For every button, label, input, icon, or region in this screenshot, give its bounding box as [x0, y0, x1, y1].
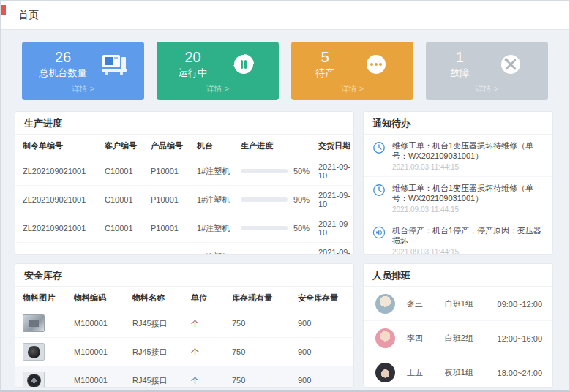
top-tab-bar: 首页: [1, 1, 569, 30]
panel-title: 生产进度: [15, 112, 353, 135]
person-time: 09:00~12:00: [498, 300, 542, 309]
speaker-icon: [372, 226, 386, 239]
panel-title: 人员排班: [364, 264, 552, 287]
card-running[interactable]: 20 运行中 详情 >: [157, 42, 279, 100]
card-label: 总机台数量: [40, 67, 87, 80]
panel-production-progress: 生产进度 制令单编号 客户编号 产品编号 机台 生产进度 交货日期: [15, 111, 354, 255]
table-row[interactable]: M100001 RJ45接口 个 750 900: [15, 338, 354, 366]
col-progress: 生产进度: [233, 135, 311, 157]
person-shift: 白班1组: [445, 298, 498, 309]
tab-home[interactable]: 首页: [18, 9, 39, 22]
card-detail-link[interactable]: 详情 >: [161, 83, 274, 94]
table-row[interactable]: M100001 RJ45接口 个 750 900: [15, 366, 354, 388]
card-fault[interactable]: 1 故障 详情 >: [426, 42, 548, 100]
avatar: [375, 328, 395, 348]
table-header-row: 物料图片 物料编码 物料名称 单位 库存现有量 安全库存量: [15, 287, 354, 309]
card-total-machines[interactable]: 26 总机台数量 详情 >: [22, 42, 144, 100]
col-order: 制令单编号: [15, 135, 97, 157]
fault-icon: [498, 52, 524, 77]
panel-title: 安全库存: [15, 264, 353, 287]
person-name: 王五: [407, 367, 445, 378]
avatar: [375, 363, 395, 382]
stat-cards: 26 总机台数量 详情 > 20 运行中: [22, 42, 548, 100]
table-row[interactable]: M100001 RJ45接口 个 750 900: [15, 309, 354, 338]
card-detail-link[interactable]: 详情 >: [296, 83, 409, 94]
col-product: 产品编号: [143, 135, 190, 157]
material-image: [23, 372, 45, 388]
standby-icon: [363, 52, 389, 77]
panel-safety-inventory: 安全库存 物料图片 物料编码 物料名称 单位 库存现有量 安全库存量: [15, 263, 354, 388]
col-customer: 客户编号: [97, 135, 143, 157]
notice-item[interactable]: 维修工单：机台1变压器损坏待维修（单号：WX202109031001） 2021…: [364, 177, 552, 219]
card-label: 运行中: [179, 67, 207, 80]
inventory-table: 物料图片 物料编码 物料名称 单位 库存现有量 安全库存量 M100001 R: [15, 287, 354, 388]
notice-text: 维修工单：机台1变压器损坏待维修（单号：WX202109031001）: [392, 183, 545, 203]
table-row[interactable]: ZL202109021001 C10001 P10001 1#注塑机 90% 2…: [15, 186, 354, 214]
table-header-row: 制令单编号 客户编号 产品编号 机台 生产进度 交货日期: [15, 135, 354, 157]
col-date: 交货日期: [311, 135, 354, 157]
schedule-row[interactable]: 李四 白班2组 12:00~16:00: [364, 321, 552, 355]
col-code: 物料编码: [67, 287, 125, 309]
material-image: [23, 343, 45, 361]
col-image: 物料图片: [15, 287, 67, 309]
table-row[interactable]: ZL202109021001 C10001 P10001 1#注塑机 50% 2…: [15, 157, 354, 186]
dashboard-window: 首页 26 总机台数量 详情 > 20: [0, 0, 570, 392]
card-label: 待产: [315, 67, 334, 80]
col-stock: 库存现有量: [225, 287, 290, 309]
col-name: 物料名称: [125, 287, 184, 309]
col-safety: 安全库存量: [290, 287, 354, 309]
material-image: [23, 314, 45, 332]
person-shift: 夜班1组: [445, 367, 498, 378]
notice-item[interactable]: 维修工单：机台1变压器损坏待维修（单号：WX202109031001） 2021…: [364, 135, 552, 177]
avatar: [375, 294, 395, 314]
schedule-row[interactable]: 王五 夜班1组 18:00~24:00: [364, 355, 552, 388]
person-shift: 白班2组: [445, 333, 498, 344]
table-row[interactable]: ZL202109021001 C10001 P10001 1#注塑机 50% 2…: [15, 243, 354, 255]
col-unit: 单位: [184, 287, 225, 309]
notice-time: 2021.09.03 11:44:15: [392, 248, 545, 255]
panel-grid: 生产进度 制令单编号 客户编号 产品编号 机台 生产进度 交货日期: [15, 111, 555, 388]
running-icon: [230, 52, 257, 77]
clock-icon: [372, 141, 386, 154]
card-standby[interactable]: 5 待产 详情 >: [291, 42, 413, 100]
card-label: 故障: [450, 67, 469, 80]
col-machine: 机台: [190, 135, 233, 157]
table-row[interactable]: ZL202109021001 C10001 P10001 1#注塑机 50% 2…: [15, 214, 354, 243]
clock-icon: [372, 184, 386, 197]
notice-time: 2021.09.03 11:44:15: [392, 163, 545, 171]
card-detail-link[interactable]: 详情 >: [430, 83, 544, 94]
panel-notices: 通知待办 维修工单：机台1变压器损坏待维修（单号：WX202109031001）…: [363, 111, 553, 255]
person-time: 18:00~24:00: [498, 369, 542, 377]
schedule-row[interactable]: 张三 白班1组 09:00~12:00: [364, 287, 552, 321]
notice-item[interactable]: 机台停产：机台1停产，停产原因：变压器损坏 2021.09.03 11:44:1…: [364, 219, 552, 255]
dashboard-content: 26 总机台数量 详情 > 20 运行中: [1, 30, 569, 388]
panel-personnel-schedule: 人员排班 张三 白班1组 09:00~12:00 李四 白班2组 12:00~1…: [363, 263, 553, 388]
notice-text: 维修工单：机台1变压器损坏待维修（单号：WX202109031001）: [392, 140, 545, 161]
card-value: 20: [179, 49, 207, 65]
person-name: 李四: [407, 333, 445, 344]
notice-text: 机台停产：机台1停产，停产原因：变压器损坏: [392, 225, 545, 246]
progress-bar: [241, 197, 288, 202]
card-value: 1: [450, 49, 469, 65]
card-detail-link[interactable]: 详情 >: [26, 83, 140, 94]
panel-title: 通知待办: [364, 112, 552, 135]
progress-bar: [241, 169, 288, 173]
progress-bar: [241, 226, 288, 230]
notice-time: 2021.09.03 11:44:15: [392, 206, 545, 214]
production-table: 制令单编号 客户编号 产品编号 机台 生产进度 交货日期 ZL202109021…: [15, 135, 354, 255]
person-name: 张三: [407, 298, 445, 309]
machine-icon: [101, 52, 127, 77]
person-time: 12:00~16:00: [498, 334, 542, 343]
corner-accent: [1, 5, 6, 15]
card-value: 26: [40, 49, 87, 65]
card-value: 5: [315, 49, 334, 65]
